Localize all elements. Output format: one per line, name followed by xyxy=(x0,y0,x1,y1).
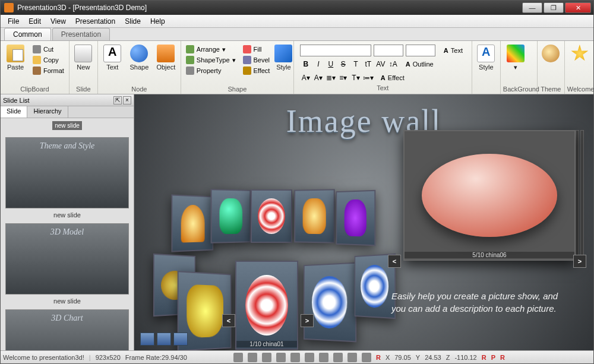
theme-button[interactable] xyxy=(540,42,562,62)
object-button[interactable]: Object xyxy=(154,42,178,71)
outline-label: Outline xyxy=(413,61,434,68)
new-slide-button[interactable]: New xyxy=(72,42,95,71)
cut-button[interactable]: Cut xyxy=(30,45,67,54)
close-button[interactable]: ✕ xyxy=(565,2,591,13)
effect-label: Effect xyxy=(254,67,270,74)
status-tool-3[interactable] xyxy=(262,353,271,362)
case-button[interactable]: tT xyxy=(362,58,374,70)
statusbar: Welcome to presentation3d! | 923x520 Fra… xyxy=(1,350,593,363)
canvas-nav-prev[interactable] xyxy=(140,333,154,346)
tab-slide-list[interactable]: Slide xyxy=(1,106,27,118)
kern-button[interactable]: AV xyxy=(375,58,387,70)
shapetype-label: ShapeType xyxy=(197,56,230,64)
slide-thumb-2[interactable]: 3D Model xyxy=(5,223,129,295)
status-tool-8[interactable] xyxy=(333,353,343,362)
status-tool-7[interactable] xyxy=(319,353,328,362)
panel-close-button[interactable]: × xyxy=(123,96,131,105)
menu-file[interactable]: File xyxy=(3,16,24,27)
minimize-button[interactable]: — xyxy=(522,2,542,13)
slide-description: Easily help you create a picture show, a… xyxy=(391,290,570,315)
slide-canvas[interactable]: Image wall 1/10 china01 < > 5/10 china06 xyxy=(134,94,593,350)
wall-card-front[interactable]: 1/10 china01 xyxy=(235,261,298,350)
background-button[interactable]: ▾ xyxy=(503,42,528,71)
fill-icon xyxy=(243,45,251,53)
highlight-button[interactable]: A▾ xyxy=(312,72,324,84)
menu-view[interactable]: View xyxy=(46,16,71,27)
italic-button[interactable]: I xyxy=(312,58,324,70)
bevel-button[interactable]: Bevel xyxy=(241,55,273,65)
wall-prev-button[interactable]: < xyxy=(222,314,235,327)
slide-list-title: Slide List xyxy=(3,97,30,104)
panel-pin-button[interactable]: ⇱ xyxy=(113,96,122,105)
arrange-button[interactable]: Arrange ▾ xyxy=(184,45,238,54)
format-button[interactable]: Format xyxy=(30,66,67,75)
effect-button[interactable]: Effect xyxy=(241,66,273,75)
list-button[interactable]: ≔▾ xyxy=(362,72,374,84)
wall-card[interactable] xyxy=(294,189,334,243)
slide-caption-2: new slide xyxy=(2,296,132,308)
outline-button[interactable]: A Outline xyxy=(403,60,436,68)
copy-button[interactable]: Copy xyxy=(30,55,67,65)
ribbon: Paste Cut Copy Format ClipBoard New Slid… xyxy=(1,41,593,94)
font-weight-dropdown[interactable] xyxy=(406,45,435,56)
shape-button[interactable]: Shape xyxy=(127,42,151,71)
tabstop-button[interactable]: T▾ xyxy=(350,72,362,84)
text-style-button[interactable]: Style xyxy=(475,42,498,71)
wall-card[interactable] xyxy=(304,262,356,343)
big-prev-button[interactable]: < xyxy=(388,255,401,268)
big-preview[interactable]: 5/10 china06 xyxy=(403,130,576,261)
paste-button[interactable]: Paste xyxy=(3,42,28,71)
status-tool-2[interactable] xyxy=(248,353,257,362)
underline-button[interactable]: U xyxy=(325,58,337,70)
status-tool-10[interactable] xyxy=(362,353,371,362)
bullets-button[interactable]: ≣▾ xyxy=(325,72,337,84)
slide-thumb-3[interactable]: 3D Chart xyxy=(5,309,129,350)
status-tool-9[interactable] xyxy=(347,353,357,362)
wall-card[interactable] xyxy=(171,194,213,252)
image-wall: 1/10 china01 < > xyxy=(146,136,407,350)
menu-presentation[interactable]: Presentation xyxy=(71,16,120,27)
paste-icon xyxy=(7,45,24,62)
wall-next-button[interactable]: > xyxy=(301,314,314,327)
shape-icon xyxy=(130,45,148,62)
wall-card[interactable] xyxy=(336,190,375,246)
big-image xyxy=(422,154,558,237)
wall-card[interactable] xyxy=(251,189,292,243)
bold-button[interactable]: B xyxy=(300,58,312,70)
text-effect-button[interactable]: A Effect xyxy=(378,74,407,82)
shapetype-icon xyxy=(186,56,194,64)
menu-edit[interactable]: Edit xyxy=(24,16,46,27)
welcome-button[interactable] xyxy=(567,42,592,62)
slide-thumb-1[interactable]: Theme and Style xyxy=(5,137,129,208)
property-button[interactable]: Property xyxy=(184,66,238,75)
status-tool-5[interactable] xyxy=(290,353,300,362)
canvas-nav-next[interactable] xyxy=(173,333,188,346)
fill-label: Fill xyxy=(254,46,262,53)
small-t-button[interactable]: T xyxy=(350,58,362,70)
big-next-button[interactable]: > xyxy=(573,255,586,268)
slide-thumb-3-title: 3D Chart xyxy=(6,314,128,323)
menu-help[interactable]: Help xyxy=(146,16,170,27)
font-family-dropdown[interactable] xyxy=(300,45,371,56)
tab-hierarchy[interactable]: Hierarchy xyxy=(27,106,68,118)
shapetype-button[interactable]: ShapeType ▾ xyxy=(184,55,238,65)
fill-button[interactable]: Fill xyxy=(241,45,273,54)
align-button[interactable]: ≡▾ xyxy=(337,72,349,84)
text-text-button[interactable]: A Text xyxy=(441,45,465,56)
tab-presentation[interactable]: Presentation xyxy=(52,28,110,40)
wall-card[interactable] xyxy=(211,189,251,243)
strike-button[interactable]: S xyxy=(337,58,349,70)
maximize-button[interactable]: ❐ xyxy=(544,2,564,13)
status-tool-6[interactable] xyxy=(305,353,314,362)
text-icon xyxy=(103,45,121,62)
fontcolor-button[interactable]: A▾ xyxy=(300,72,312,84)
status-tool-4[interactable] xyxy=(276,353,286,362)
spacing-button[interactable]: ↕A xyxy=(387,58,399,70)
status-tool-1[interactable] xyxy=(233,353,243,362)
canvas-nav-play[interactable] xyxy=(157,333,171,346)
menu-slide[interactable]: Slide xyxy=(120,16,146,27)
tab-common[interactable]: Common xyxy=(4,28,51,40)
text-button[interactable]: Text xyxy=(100,42,125,71)
shape-style-button[interactable]: Style xyxy=(274,42,292,71)
font-size-dropdown[interactable] xyxy=(374,45,403,56)
